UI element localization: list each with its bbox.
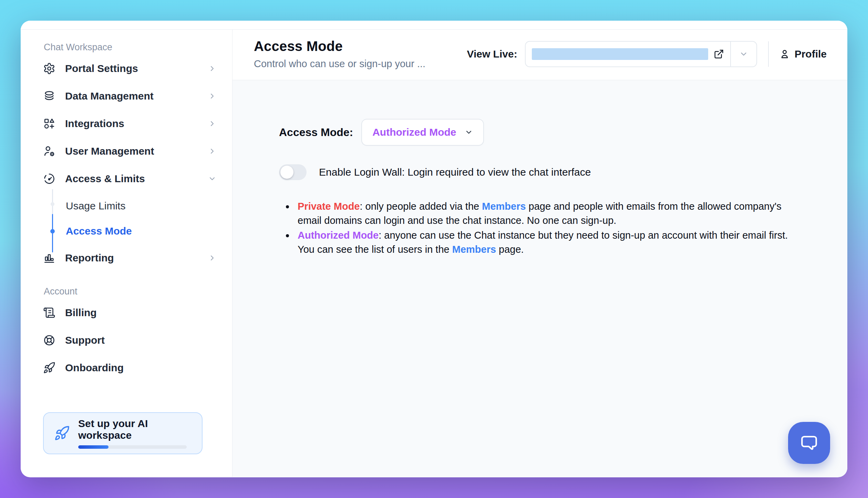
bar-chart-icon bbox=[43, 252, 55, 264]
private-mode-term: Private Mode bbox=[298, 201, 360, 212]
sidebar-subitem-usage-limits[interactable]: Usage Limits bbox=[66, 193, 216, 218]
sidebar-subitem-access-mode[interactable]: Access Mode bbox=[66, 218, 216, 243]
sidebar-item-access-limits[interactable]: Access & Limits bbox=[43, 165, 216, 193]
sidebar-section-label: Chat Workspace bbox=[44, 42, 216, 53]
chevron-down-icon bbox=[465, 128, 473, 136]
mode-description-list: Private Mode: only people added via the … bbox=[294, 199, 800, 257]
chevron-right-icon bbox=[208, 120, 216, 128]
chevron-right-icon bbox=[208, 147, 216, 155]
access-limits-subnav: Usage Limits Access Mode bbox=[52, 193, 216, 243]
chevron-down-icon bbox=[739, 50, 748, 59]
sidebar-item-user-management[interactable]: User Management bbox=[43, 137, 216, 165]
sidebar-item-label: Reporting bbox=[65, 252, 114, 264]
page-subtitle: Control who can use or sign-up your ... bbox=[254, 58, 425, 70]
sidebar: Chat Workspace Portal Settings Data Mana… bbox=[21, 30, 232, 477]
setup-progress-fill bbox=[78, 445, 108, 449]
sidebar-item-integrations[interactable]: Integrations bbox=[43, 110, 216, 137]
user-icon bbox=[779, 49, 790, 60]
subnav-dot bbox=[51, 202, 54, 206]
page-title: Access Mode bbox=[254, 39, 425, 54]
sidebar-scroll-fade bbox=[21, 390, 232, 414]
sidebar-item-billing[interactable]: Billing bbox=[43, 299, 216, 326]
receipt-icon bbox=[43, 307, 55, 319]
shapes-icon bbox=[43, 117, 55, 130]
content-area: Access Mode: Authorized Mode Enable Logi… bbox=[232, 80, 847, 477]
rocket-icon bbox=[54, 425, 70, 441]
bullet-text: : only people added via the bbox=[360, 201, 482, 212]
sidebar-item-label: Access & Limits bbox=[65, 173, 145, 185]
access-mode-selected-value: Authorized Mode bbox=[372, 126, 456, 138]
private-mode-bullet: Private Mode: only people added via the … bbox=[294, 199, 800, 228]
database-icon bbox=[43, 90, 55, 102]
authorized-mode-term: Authorized Mode bbox=[298, 230, 379, 241]
subnav-rail bbox=[52, 189, 53, 214]
bullet-text: page. bbox=[496, 244, 524, 255]
chevron-right-icon bbox=[208, 64, 216, 73]
sidebar-item-data-management[interactable]: Data Management bbox=[43, 82, 216, 110]
sidebar-item-label: Onboarding bbox=[65, 362, 124, 374]
sidebar-item-support[interactable]: Support bbox=[43, 326, 216, 354]
chevron-right-icon bbox=[208, 92, 216, 100]
access-mode-select[interactable]: Authorized Mode bbox=[361, 119, 484, 146]
help-chat-button[interactable] bbox=[788, 422, 830, 464]
sidebar-item-label: Billing bbox=[65, 307, 97, 319]
app-window: Chat Workspace Portal Settings Data Mana… bbox=[21, 21, 847, 477]
authorized-mode-bullet: Authorized Mode: anyone can use the Chat… bbox=[294, 228, 800, 257]
live-url-redacted bbox=[532, 48, 708, 60]
setup-workspace-card[interactable]: Set up your AI workspace bbox=[43, 412, 203, 454]
gear-icon bbox=[43, 62, 55, 75]
page-header: Access Mode Control who can use or sign-… bbox=[232, 30, 847, 80]
lifebuoy-icon bbox=[43, 334, 55, 346]
toggle-knob bbox=[280, 166, 293, 179]
chat-bubble-icon bbox=[798, 432, 820, 454]
access-mode-label: Access Mode: bbox=[279, 126, 353, 139]
header-divider bbox=[768, 41, 769, 67]
view-live-link[interactable] bbox=[526, 42, 730, 66]
external-link-icon bbox=[714, 49, 724, 59]
view-live-widget bbox=[525, 41, 757, 67]
main-panel: Access Mode Control who can use or sign-… bbox=[232, 30, 847, 477]
sidebar-section-label-account: Account bbox=[44, 286, 216, 297]
user-gear-icon bbox=[43, 145, 55, 157]
sidebar-item-label: Data Management bbox=[65, 90, 154, 102]
sidebar-item-label: User Management bbox=[65, 145, 154, 157]
chevron-right-icon bbox=[208, 254, 216, 262]
members-link[interactable]: Members bbox=[452, 244, 496, 255]
subnav-dot-active bbox=[50, 229, 55, 234]
sidebar-item-portal-settings[interactable]: Portal Settings bbox=[43, 55, 216, 82]
sidebar-item-label: Support bbox=[65, 334, 105, 346]
sidebar-item-onboarding[interactable]: Onboarding bbox=[43, 354, 216, 382]
login-wall-toggle[interactable] bbox=[279, 164, 307, 180]
sidebar-item-reporting[interactable]: Reporting bbox=[43, 244, 216, 272]
profile-label: Profile bbox=[795, 48, 827, 60]
setup-progress-bar bbox=[78, 445, 187, 449]
window-top-strip bbox=[21, 21, 847, 30]
gauge-icon bbox=[43, 173, 55, 185]
sidebar-item-label: Integrations bbox=[65, 118, 124, 129]
login-wall-label: Enable Login Wall: Login required to vie… bbox=[319, 166, 591, 178]
view-live-dropdown-button[interactable] bbox=[730, 42, 756, 66]
setup-card-title: Set up your AI workspace bbox=[78, 418, 192, 441]
members-link[interactable]: Members bbox=[482, 201, 526, 212]
sidebar-item-label: Portal Settings bbox=[65, 63, 138, 74]
profile-button[interactable]: Profile bbox=[779, 48, 827, 60]
view-live-label: View Live: bbox=[467, 48, 517, 60]
rocket-icon bbox=[43, 362, 55, 374]
chevron-down-icon bbox=[208, 175, 216, 183]
